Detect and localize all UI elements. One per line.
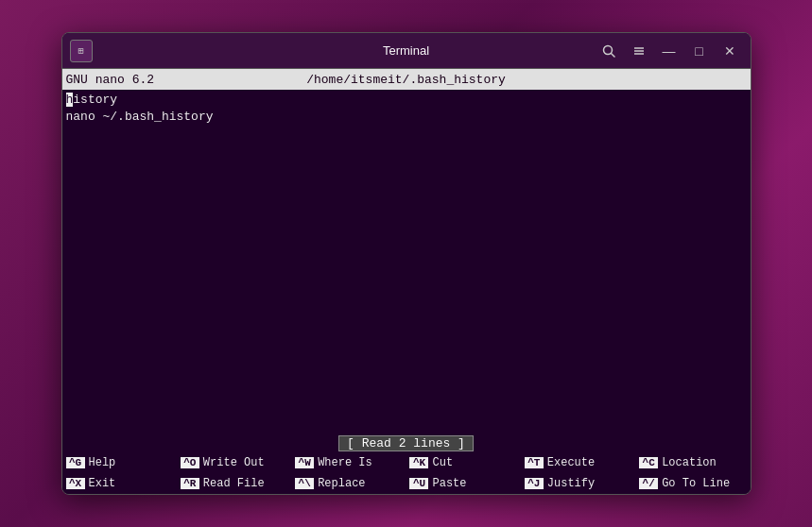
label-cut: Cut <box>432 456 453 469</box>
label-paste: Paste <box>432 477 466 490</box>
window-title: Terminal <box>383 43 429 58</box>
label-replace: Replace <box>318 477 365 490</box>
editor-line-1: nano ~/.bash_history <box>66 109 747 126</box>
footer-row-2: ^X Exit ^R Read File ^\ Replace ^U Paste… <box>62 473 751 494</box>
shortcut-location: ^C <box>639 457 658 468</box>
footer-help[interactable]: ^G Help <box>62 456 177 469</box>
label-execute: Execute <box>547 456 595 469</box>
shortcut-execute: ^T <box>525 457 544 468</box>
svg-line-1 <box>611 53 614 57</box>
shortcut-gotoline: ^/ <box>639 478 658 489</box>
shortcut-readfile: ^R <box>181 478 199 489</box>
shortcut-justify: ^J <box>525 478 544 489</box>
label-whereis: Where Is <box>318 456 372 469</box>
nano-filename: /home/itsmeit/.bash_history <box>236 73 577 87</box>
minimize-button[interactable]: — <box>656 40 682 62</box>
nano-version: GNU nano 6.2 <box>66 73 236 87</box>
footer-cut[interactable]: ^K Cut <box>406 456 520 469</box>
titlebar-left: ⊞ <box>70 40 93 62</box>
label-help: Help <box>89 456 116 469</box>
terminal-icon: ⊞ <box>70 40 93 62</box>
footer-paste[interactable]: ^U Paste <box>406 477 520 490</box>
footer-writeout[interactable]: ^O Write Out <box>177 456 291 469</box>
shortcut-exit: ^X <box>66 478 85 489</box>
editor-area[interactable]: history nano ~/.bash_history <box>62 90 751 434</box>
label-location: Location <box>662 456 717 469</box>
shortcut-cut: ^K <box>409 457 428 468</box>
shortcut-paste: ^U <box>409 478 428 489</box>
editor-line-0: history <box>66 92 747 109</box>
footer-execute[interactable]: ^T Execute <box>521 456 635 469</box>
shortcut-help: ^G <box>66 457 85 468</box>
status-message: [ Read 2 lines ] <box>338 435 474 451</box>
footer-gotoline[interactable]: ^/ Go To Line <box>635 477 750 490</box>
titlebar: ⊞ Terminal — □ <box>62 33 751 69</box>
footer-replace[interactable]: ^\ Replace <box>291 477 406 490</box>
label-exit: Exit <box>89 477 116 490</box>
shortcut-replace: ^\ <box>295 478 314 489</box>
search-button[interactable] <box>596 40 622 62</box>
label-writeout: Write Out <box>203 456 265 469</box>
status-bar: [ Read 2 lines ] <box>62 434 751 452</box>
label-readfile: Read File <box>203 477 265 490</box>
footer-exit[interactable]: ^X Exit <box>62 477 177 490</box>
footer-location[interactable]: ^C Location <box>635 456 750 469</box>
nano-header: GNU nano 6.2 /home/itsmeit/.bash_history <box>62 69 751 90</box>
footer-whereis[interactable]: ^W Where Is <box>291 456 406 469</box>
window-controls: — □ ✕ <box>596 40 743 62</box>
label-justify: Justify <box>547 477 595 490</box>
terminal-window: ⊞ Terminal — □ <box>61 32 752 495</box>
footer-row-1: ^G Help ^O Write Out ^W Where Is ^K Cut … <box>62 452 751 473</box>
footer-readfile[interactable]: ^R Read File <box>177 477 291 490</box>
menu-button[interactable] <box>626 40 652 62</box>
nano-footer: ^G Help ^O Write Out ^W Where Is ^K Cut … <box>62 452 751 494</box>
shortcut-whereis: ^W <box>295 457 314 468</box>
footer-justify[interactable]: ^J Justify <box>521 477 635 490</box>
shortcut-writeout: ^O <box>181 457 199 468</box>
close-button[interactable]: ✕ <box>717 40 743 62</box>
label-gotoline: Go To Line <box>662 477 730 490</box>
maximize-button[interactable]: □ <box>686 40 713 62</box>
